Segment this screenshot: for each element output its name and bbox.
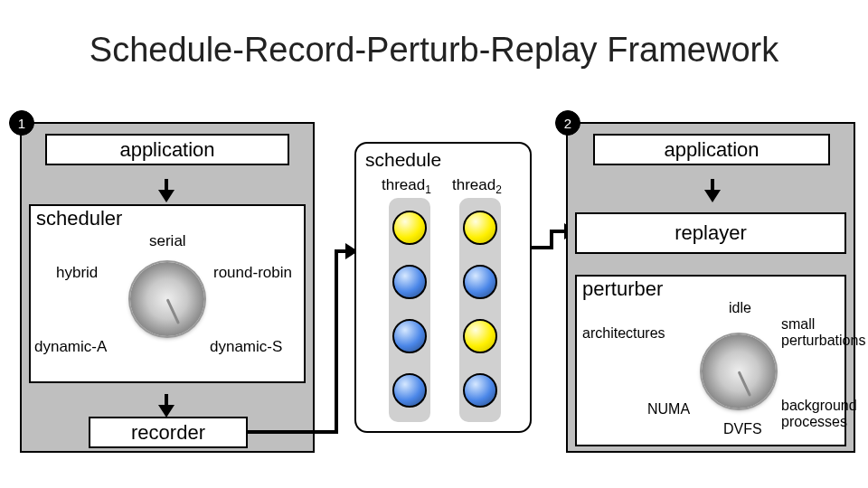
schedule-box: schedule thread1 thread2	[354, 142, 532, 433]
dial-label-round-robin: round-robin	[213, 264, 292, 282]
dial-label-architectures: architectures	[582, 325, 665, 342]
bead-icon	[463, 319, 497, 353]
bead-icon	[392, 373, 427, 408]
dial-label-serial: serial	[149, 232, 186, 250]
dial-label-dynamic-s: dynamic-S	[210, 338, 282, 356]
dial-label-dvfs: DVFS	[723, 421, 762, 437]
bead-icon	[463, 373, 497, 408]
connector-recorder-v	[335, 249, 338, 434]
arrow-app-to-scheduler-icon	[158, 190, 175, 202]
dial-label-hybrid: hybrid	[56, 264, 98, 282]
recorder-box: recorder	[89, 417, 248, 448]
scheduler-label: scheduler	[36, 207, 122, 230]
badge-left: 1	[9, 110, 34, 136]
page-title: Schedule-Record-Perturb-Replay Framework	[0, 31, 868, 70]
scheduler-dial	[130, 262, 204, 336]
arrow-scheduler-to-recorder-icon	[158, 405, 175, 418]
app-box-right: application	[593, 134, 830, 165]
dial-label-small-perturbations: small perturbations	[781, 316, 864, 349]
dial-label-dynamic-a: dynamic-A	[34, 338, 107, 356]
thread1-label: thread1	[382, 176, 431, 196]
bead-icon	[392, 211, 427, 245]
perturber-label: perturber	[582, 277, 663, 301]
badge-right: 2	[555, 110, 580, 136]
schedule-title: schedule	[365, 149, 441, 171]
bead-icon	[392, 319, 427, 353]
bead-icon	[463, 211, 497, 245]
dial-label-idle: idle	[729, 300, 751, 316]
connector-recorder-h	[248, 430, 338, 434]
arrow-app-to-replayer-icon	[704, 190, 721, 202]
replayer-box: replayer	[575, 212, 846, 254]
dial-label-bg-processes: background processes	[781, 398, 866, 430]
dial-label-numa: NUMA	[647, 401, 690, 418]
perturber-dial	[702, 334, 776, 408]
bead-icon	[392, 265, 427, 299]
app-box-left: application	[45, 134, 289, 165]
thread2-label: thread2	[452, 176, 502, 196]
bead-icon	[463, 265, 497, 299]
